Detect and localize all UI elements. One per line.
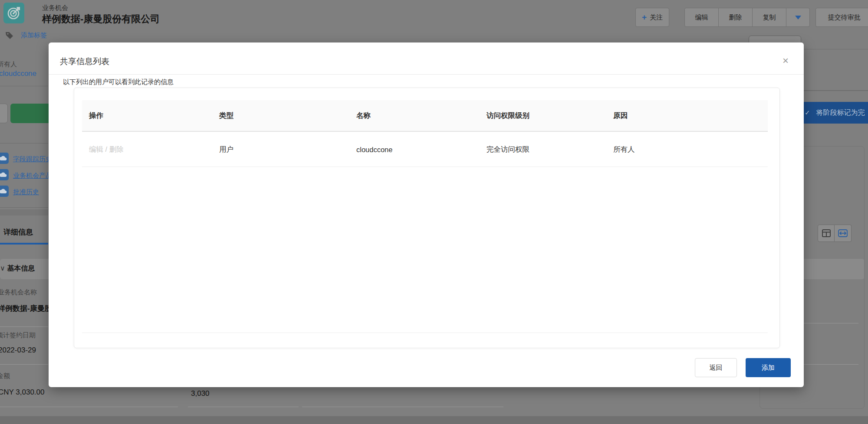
bottom-strip — [0, 416, 868, 424]
layout-columns-icon — [822, 229, 831, 237]
cloud-icon — [0, 189, 7, 194]
col-header-action: 操作 — [82, 111, 219, 121]
field-underline — [0, 364, 48, 365]
layout-columns-button[interactable] — [818, 225, 835, 242]
related-link-field-history[interactable]: 字段跟踪历史 — [13, 155, 49, 163]
more-actions-button[interactable] — [786, 8, 809, 26]
view-toggle-group — [818, 225, 852, 242]
follow-button[interactable]: + 关注 — [635, 8, 669, 27]
add-button[interactable]: 添加 — [746, 358, 791, 377]
related-link-wrap: 批准历史 — [13, 188, 49, 196]
tab-bar-shadow — [0, 209, 48, 215]
divider — [0, 86, 48, 86]
related-list-icon — [0, 169, 9, 180]
cloud-icon — [0, 172, 7, 177]
clone-button[interactable]: 复制 — [753, 8, 786, 26]
row-reason: 所有人 — [613, 145, 768, 154]
app-root: 业务机会 样例数据-康曼股份有限公司 添加标签 + 关注 编辑 删除 复制 提交… — [0, 0, 868, 424]
plus-icon: + — [642, 13, 647, 22]
opportunity-object-icon — [3, 3, 24, 23]
amount-label: 金额 — [0, 372, 10, 380]
add-tag-link[interactable]: 添加标签 — [21, 31, 47, 39]
related-link-approval-history[interactable]: 批准历史 — [13, 188, 39, 196]
back-button[interactable]: 返回 — [695, 358, 737, 377]
col-header-type: 类型 — [219, 111, 356, 121]
col-header-name: 名称 — [356, 111, 487, 121]
active-tab-underline — [0, 243, 48, 245]
owner-link[interactable]: cloudccone — [0, 69, 36, 78]
field-underline — [188, 407, 299, 407]
related-link-wrap: 字段跟踪历史 — [13, 155, 49, 163]
share-table-card: 操作 类型 名称 访问权限级别 原因 编辑 / 删除 用户 cloudccone… — [74, 88, 780, 348]
amount-value: CNY 3,030.00 — [0, 388, 44, 397]
divider — [0, 207, 48, 208]
col-header-access: 访问权限级别 — [487, 111, 613, 121]
tab-detail[interactable]: 详细信息 — [3, 227, 33, 237]
modal-subtitle: 以下列出的用户可以看到此记录的信息 — [63, 78, 174, 86]
field-underline — [0, 407, 178, 407]
close-date-label: 预计签约日期 — [0, 331, 36, 339]
modal-title: 共享信息列表 — [60, 56, 109, 67]
field-underline — [0, 326, 48, 327]
table-row: 编辑 / 删除 用户 cloudccone 完全访问权限 所有人 — [82, 133, 768, 167]
record-title: 样例数据-康曼股份有限公司 — [42, 13, 160, 26]
edit-button[interactable]: 编辑 — [685, 8, 719, 26]
horizontal-arrows-icon — [838, 229, 848, 237]
related-list-icon — [0, 153, 9, 164]
tag-icon — [4, 30, 15, 41]
row-name: cloudccone — [356, 146, 487, 154]
row-type: 用户 — [219, 145, 356, 154]
check-icon: ✓ — [805, 109, 810, 117]
amount-value-2: 3,030 — [191, 389, 210, 398]
related-link-wrap: 业务机会产品 — [13, 172, 49, 180]
related-link-opportunity-products[interactable]: 业务机会产品 — [13, 172, 49, 179]
chevron-collapse-icon: ∨ — [0, 264, 5, 272]
delete-button[interactable]: 删除 — [719, 8, 753, 26]
table-bottom-line — [82, 333, 768, 333]
divider — [0, 143, 48, 144]
cloud-icon — [0, 156, 7, 161]
opp-name-label: 业务机会名称 — [0, 288, 37, 297]
target-dart-icon — [7, 6, 21, 20]
table-header-row: 操作 类型 名称 访问权限级别 原因 — [82, 100, 768, 132]
row-action-links[interactable]: 编辑 / 删除 — [82, 145, 219, 154]
close-date-value: 2022-03-29 — [0, 346, 36, 355]
share-info-modal: 共享信息列表 × 以下列出的用户可以看到此记录的信息 操作 类型 名称 访问权限… — [49, 42, 804, 387]
modal-close-icon[interactable]: × — [778, 54, 793, 68]
col-header-reason: 原因 — [613, 111, 768, 121]
record-action-group: 编辑 删除 复制 — [684, 8, 810, 27]
path-nav-button[interactable] — [0, 104, 8, 123]
object-label: 业务机会 — [42, 4, 68, 12]
basic-section-header[interactable]: ∨ 基本信息 — [0, 264, 35, 273]
chevron-down-icon — [795, 16, 801, 20]
owner-label: 所有人 — [0, 60, 17, 68]
row-access-level: 完全访问权限 — [487, 145, 613, 154]
expand-width-button[interactable] — [835, 225, 852, 242]
related-list-icon — [0, 186, 9, 197]
modal-header-divider — [49, 74, 804, 75]
field-underline — [302, 407, 503, 407]
submit-approval-button[interactable]: 提交待审批 — [815, 8, 868, 27]
